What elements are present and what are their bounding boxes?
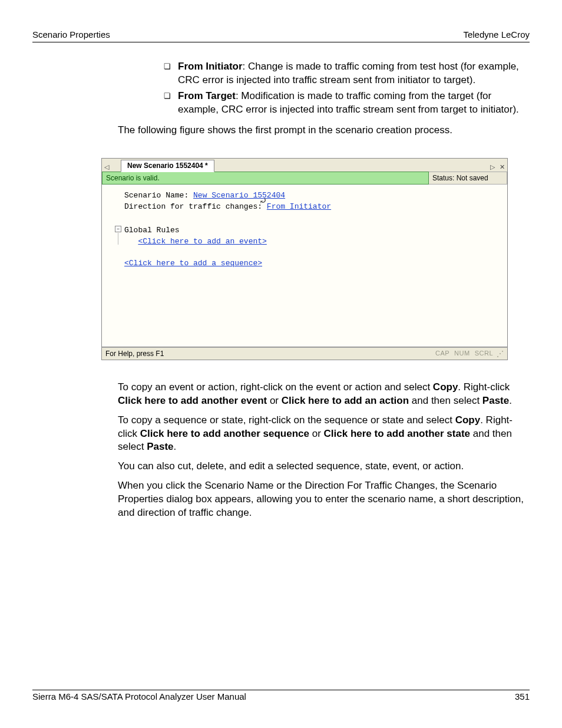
active-tab[interactable]: New Scenario 1552404 * — [121, 160, 214, 172]
tree-line — [118, 233, 118, 245]
scenario-name-label: Scenario Name: — [124, 191, 193, 200]
page-header: Scenario Properties Teledyne LeCroy — [32, 29, 530, 42]
status-row: Scenario is valid. Status: Not saved — [101, 172, 508, 185]
tab-bar: ◁ New Scenario 1552404 * ▷ ✕ — [101, 158, 508, 172]
direction-row: Direction for traffic changes: From Init… — [124, 202, 501, 213]
add-sequence-row: <Click here to add a sequence> — [124, 258, 501, 269]
footer-page-number: 351 — [515, 691, 530, 701]
cut-delete-para: You can also cut, delete, and edit a sel… — [118, 460, 530, 473]
editor-pane: Scenario Name: New Scenario 1552404 ⤾ Di… — [101, 185, 508, 347]
copy-event-para: To copy an event or action, right-click … — [118, 381, 530, 408]
dialog-para: When you click the Scenario Name or the … — [118, 479, 530, 520]
add-sequence-link[interactable]: <Click here to add a sequence> — [124, 259, 262, 268]
bullet-from-initiator: From Initiator: Change is made to traffi… — [164, 60, 530, 87]
scenario-editor-figure: ◁ New Scenario 1552404 * ▷ ✕ Scenario is… — [101, 158, 508, 360]
scenario-name-link[interactable]: New Scenario 1552404 — [193, 191, 285, 200]
intro-text: The following figure shows the first pro… — [118, 124, 530, 137]
keyboard-indicators: CAP NUM SCRL — [435, 349, 493, 358]
bullet-from-target: From Target: Modification is made to tra… — [164, 90, 530, 117]
scrl-indicator: SCRL — [475, 349, 493, 358]
help-hint: For Help, press F1 — [105, 349, 164, 358]
bullet-list: From Initiator: Change is made to traffi… — [118, 60, 530, 117]
tab-next-icon[interactable]: ▷ — [488, 163, 497, 172]
tab-prev-icon[interactable]: ◁ — [102, 163, 111, 172]
direction-label: Direction for traffic changes: — [124, 202, 267, 211]
bottom-status-bar: For Help, press F1 CAP NUM SCRL ⋰ — [101, 347, 508, 360]
footer-left: Sierra M6-4 SAS/SATA Protocol Analyzer U… — [32, 691, 246, 701]
tree-collapse-icon[interactable]: – — [115, 226, 121, 232]
cap-indicator: CAP — [435, 349, 449, 358]
add-event-row: <Click here to add an event> — [124, 236, 501, 248]
header-right: Teledyne LeCroy — [463, 29, 530, 39]
bullet-lead: From Initiator — [178, 61, 243, 72]
copy-sequence-para: To copy a sequence or state, right-click… — [118, 414, 530, 454]
bullet-lead: From Target — [178, 90, 236, 101]
validity-status: Scenario is valid. — [102, 172, 429, 185]
header-left: Scenario Properties — [32, 29, 110, 39]
page-footer: Sierra M6-4 SAS/SATA Protocol Analyzer U… — [32, 690, 530, 701]
global-rules-label: Global Rules — [124, 225, 501, 236]
add-event-link[interactable]: <Click here to add an event> — [138, 237, 266, 246]
num-indicator: NUM — [454, 349, 470, 358]
scenario-name-row: Scenario Name: New Scenario 1552404 — [124, 190, 501, 202]
save-status: Status: Not saved — [429, 172, 507, 185]
tab-close-icon[interactable]: ✕ — [497, 163, 507, 172]
direction-link[interactable]: From Initiator — [267, 202, 331, 211]
resize-grip-icon[interactable]: ⋰ — [497, 350, 504, 357]
pointer-cursor-icon: ⤾ — [259, 195, 267, 209]
